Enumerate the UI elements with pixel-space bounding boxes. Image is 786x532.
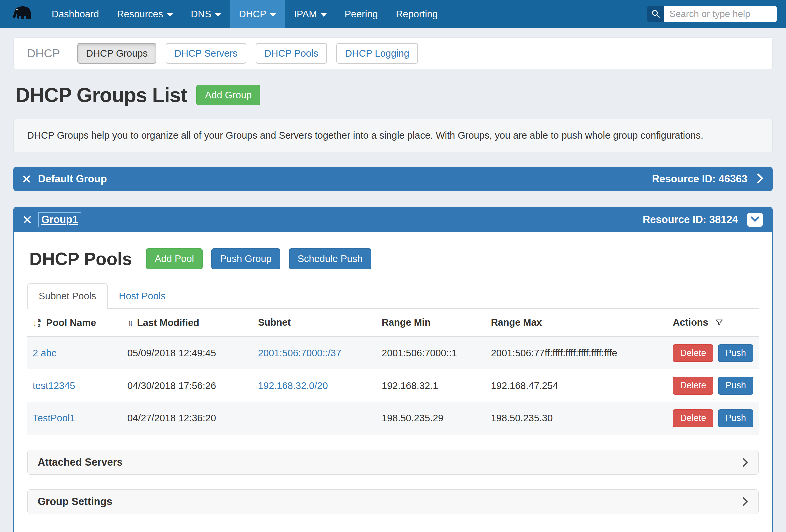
nav-label: Peering xyxy=(345,9,378,20)
pools-tabs: Subnet Pools Host Pools xyxy=(27,283,759,309)
col-actions: Actions xyxy=(667,309,759,337)
range-max-cell: 198.50.235.30 xyxy=(486,402,668,435)
subnav-dhcp-groups-button[interactable]: DHCP Groups xyxy=(77,43,156,64)
subnav-dhcp-servers-button[interactable]: DHCP Servers xyxy=(166,43,246,64)
page-content: DHCP DHCP Groups DHCP Servers DHCP Pools… xyxy=(0,37,786,532)
col-label: Subnet xyxy=(258,317,291,328)
nav-item-dns[interactable]: DNS xyxy=(182,0,230,28)
schedule-push-button[interactable]: Schedule Push xyxy=(289,248,371,269)
search-button[interactable] xyxy=(647,6,664,22)
search-input[interactable] xyxy=(664,6,777,22)
range-min-cell: 2001:506:7000::1 xyxy=(376,337,486,370)
delete-button[interactable]: Delete xyxy=(673,377,713,395)
col-range-min: Range Min xyxy=(376,309,486,337)
bar-right: Resource ID: 38124 xyxy=(643,213,763,227)
col-pool-name[interactable]: ↓ a z Pool Name xyxy=(27,309,122,337)
caret-down-icon xyxy=(215,13,221,17)
description-well: DHCP Groups help you to organize all of … xyxy=(13,119,773,152)
push-button[interactable]: Push xyxy=(718,344,753,362)
subnav-dhcp-logging-button[interactable]: DHCP Logging xyxy=(336,43,418,64)
tab-host-pools[interactable]: Host Pools xyxy=(108,283,177,309)
nav-label: IPAM xyxy=(294,9,317,20)
nav-label: DHCP xyxy=(239,9,266,20)
top-navbar: Dashboard Resources DNS DHCP IPAM Peerin… xyxy=(0,0,786,28)
subnet-link[interactable]: 192.168.32.0/20 xyxy=(258,380,328,391)
group-bar-default-group[interactable]: Default Group Resource ID: 46363 xyxy=(13,167,773,191)
pool-name-link[interactable]: TestPool1 xyxy=(33,413,75,423)
nav-item-dhcp[interactable]: DHCP xyxy=(230,0,285,28)
resource-id-label: Resource ID: 46363 xyxy=(652,173,747,185)
bar-right: Resource ID: 46363 xyxy=(652,173,763,185)
last-modified-cell: 04/27/2018 12:36:20 xyxy=(122,402,253,435)
range-max-cell: 2001:506:77ff:ffff:ffff:ffff:ffff:fffe xyxy=(486,337,668,370)
nav-label: Reporting xyxy=(396,9,438,20)
page-title: DHCP Groups List xyxy=(15,83,187,107)
push-button[interactable]: Push xyxy=(718,409,753,427)
range-min-cell: 192.168.32.1 xyxy=(376,369,486,402)
title-row: DHCP Groups List Add Group xyxy=(15,83,773,107)
sort-alpha-icon[interactable]: ↓ a z xyxy=(33,318,41,328)
group-name: Default Group xyxy=(38,173,107,185)
push-group-button[interactable]: Push Group xyxy=(211,248,280,269)
brand-logo[interactable] xyxy=(11,0,33,28)
nav-label: Resources xyxy=(117,9,163,20)
nav-item-reporting[interactable]: Reporting xyxy=(387,0,447,28)
add-pool-button[interactable]: Add Pool xyxy=(146,248,203,269)
sort-letter-a: a xyxy=(38,318,41,323)
section-bar-label: Attached Servers xyxy=(38,456,123,468)
main-nav: Dashboard Resources DNS DHCP IPAM Peerin… xyxy=(43,0,447,28)
close-icon[interactable] xyxy=(23,175,31,183)
last-modified-cell: 05/09/2018 12:49:45 xyxy=(122,337,253,370)
section-bar-label: Group Settings xyxy=(38,496,112,508)
subnav-dhcp-pools-button[interactable]: DHCP Pools xyxy=(256,43,327,64)
sort-icon[interactable]: ↑↓ xyxy=(127,318,131,328)
chevron-down-icon xyxy=(750,216,760,223)
col-label: Last Modified xyxy=(137,317,199,328)
collapse-toggle[interactable] xyxy=(747,213,763,227)
add-group-button[interactable]: Add Group xyxy=(196,85,260,105)
group-bar-group1[interactable]: Group1 Resource ID: 38124 xyxy=(14,208,772,232)
pool-name-link[interactable]: 2 abc xyxy=(33,348,56,358)
nav-item-resources[interactable]: Resources xyxy=(108,0,182,28)
col-label: Actions xyxy=(673,317,708,328)
pool-name-link[interactable]: test12345 xyxy=(33,380,75,391)
nav-item-ipam[interactable]: IPAM xyxy=(285,0,336,28)
col-label: Range Min xyxy=(382,317,431,328)
chevron-right-icon[interactable] xyxy=(757,173,763,185)
tab-subnet-pools[interactable]: Subnet Pools xyxy=(27,283,108,309)
delete-button[interactable]: Delete xyxy=(673,409,713,427)
nav-label: DNS xyxy=(191,9,211,20)
search-group xyxy=(647,0,777,28)
group-settings-bar[interactable]: Group Settings xyxy=(27,489,759,514)
table-row: 2 abc 05/09/2018 12:49:45 2001:506:7000:… xyxy=(27,337,759,370)
delete-button[interactable]: Delete xyxy=(673,344,713,362)
col-subnet: Subnet xyxy=(253,309,376,337)
subnet-link[interactable]: 2001:506:7000::/37 xyxy=(258,348,341,358)
sort-letter-z: z xyxy=(38,323,41,328)
filter-icon[interactable] xyxy=(715,318,724,327)
elephant-logo-icon xyxy=(11,5,33,23)
table-row: test12345 04/30/2018 17:56:26 192.168.32… xyxy=(27,369,759,402)
caret-down-icon xyxy=(321,13,327,17)
nav-item-dashboard[interactable]: Dashboard xyxy=(43,0,108,28)
attached-servers-bar[interactable]: Attached Servers xyxy=(27,450,759,475)
caret-down-icon xyxy=(167,13,173,17)
chevron-right-icon xyxy=(742,497,748,507)
caret-down-icon xyxy=(270,13,276,17)
close-icon[interactable] xyxy=(23,216,31,224)
search-icon xyxy=(651,9,660,19)
push-button[interactable]: Push xyxy=(718,377,753,395)
group-name-link[interactable]: Group1 xyxy=(39,213,81,227)
col-last-modified[interactable]: ↑↓ Last Modified xyxy=(122,309,253,337)
group-panel-body: DHCP Pools Add Pool Push Group Schedule … xyxy=(14,232,772,532)
nav-item-peering[interactable]: Peering xyxy=(336,0,387,28)
dhcp-subnav: DHCP DHCP Groups DHCP Servers DHCP Pools… xyxy=(13,37,773,69)
group-panel-group1: Group1 Resource ID: 38124 DHCP Pools Add… xyxy=(13,207,773,532)
col-label: Range Max xyxy=(491,317,542,328)
table-header-row: ↓ a z Pool Name ↑ xyxy=(27,309,759,337)
chevron-right-icon xyxy=(742,457,748,467)
table-row: TestPool1 04/27/2018 12:36:20 198.50.235… xyxy=(27,402,759,435)
section-label: DHCP xyxy=(27,47,60,60)
resource-id-label: Resource ID: 38124 xyxy=(643,214,738,226)
col-range-max: Range Max xyxy=(486,309,668,337)
